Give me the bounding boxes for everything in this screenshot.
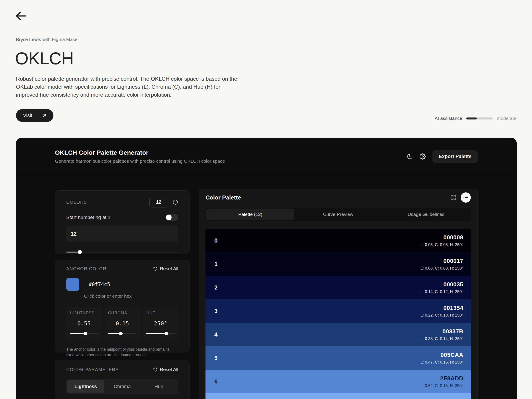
palette-row-index: 3 <box>205 308 217 315</box>
palette-row[interactable]: 6 2F8ADD L: 0.62, C: 0.15, H: 250° <box>205 370 471 393</box>
export-palette-button[interactable]: Export Palette <box>432 150 478 163</box>
colors-card: COLORS 12 Start numbering at 1 12 <box>55 190 190 254</box>
parameters-reset-all-button[interactable]: Reset All <box>153 367 178 372</box>
colors-heading: COLORS <box>66 200 87 205</box>
palette-row-hex: 2F8ADD <box>420 375 463 382</box>
hue-label: HUE <box>146 311 175 316</box>
tab-hue[interactable]: Hue <box>140 380 177 393</box>
dark-mode-toggle-button[interactable] <box>407 153 413 160</box>
grid-view-button[interactable] <box>450 195 456 200</box>
gear-icon <box>420 153 426 160</box>
color-parameters-card: COLOR PARAMETERS Reset All Lightness Chr… <box>55 360 190 399</box>
list-view-icon <box>463 195 468 200</box>
palette-row-lch: L: 0.33, C: 0.14, H: 250° <box>420 336 463 341</box>
palette-row-list: 0 000008 L: 0.05, C: 0.05, H: 250° 1 000… <box>205 229 471 399</box>
palette-row[interactable]: 2 000035 L: 0.14, C: 0.12, H: 250° <box>205 276 471 299</box>
visit-button[interactable]: Visit <box>16 109 53 122</box>
hue-slider[interactable] <box>146 332 175 336</box>
tab-chroma[interactable]: Chroma <box>104 380 140 393</box>
hue-param: HUE 250° <box>143 307 178 341</box>
palette-row-hex: 005CAA <box>420 352 463 358</box>
grid-view-icon <box>450 195 456 200</box>
anchor-note: The anchor color is the midpoint of your… <box>66 347 178 358</box>
parameters-heading: COLOR PARAMETERS <box>66 367 119 372</box>
palette-row-hex: 000017 <box>420 258 463 265</box>
anchor-color-card: ANCHOR COLOR Reset All #0f74c5 Click col… <box>55 260 190 352</box>
palette-tabs: Palette (12) Curve Preview Usage Guideli… <box>205 208 471 221</box>
palette-row-lch: L: 0.62, C: 0.15, H: 250° <box>420 383 463 388</box>
back-button[interactable] <box>15 10 27 22</box>
palette-row-index: 5 <box>205 355 217 361</box>
chroma-param: CHROMA 0.15 <box>105 307 140 341</box>
ai-assistance-fill <box>466 117 477 120</box>
app-subtitle: Generate harmonious color palettes with … <box>55 158 225 164</box>
tab-lightness[interactable]: Lightness <box>67 380 104 393</box>
palette-row-hex: 001354 <box>420 304 463 311</box>
hex-input[interactable]: #0f74c5 <box>84 278 148 291</box>
tab-curve-preview[interactable]: Curve Preview <box>294 209 382 220</box>
anchor-color-swatch[interactable] <box>66 278 79 291</box>
chroma-slider[interactable] <box>108 332 137 336</box>
ai-assistance-slider[interactable] <box>466 117 493 120</box>
external-link-icon <box>42 113 47 118</box>
palette-row-hex: 000008 <box>420 234 463 241</box>
color-palette-card: Color Palette <box>199 189 478 399</box>
chroma-value: 0.15 <box>108 320 137 327</box>
palette-row-index: 0 <box>205 237 217 244</box>
back-arrow-icon <box>15 10 27 22</box>
visit-label: Visit <box>23 113 32 118</box>
app-panel: OKLCH Color Palette Generator Generate h… <box>16 138 517 399</box>
palette-row-lch: L: 0.14, C: 0.12, H: 250° <box>420 290 463 294</box>
settings-button[interactable] <box>420 153 426 160</box>
palette-row-index: 4 <box>205 331 217 338</box>
ai-assistance-control: AI assistance moderate <box>434 116 516 121</box>
rotate-ccw-icon <box>172 199 178 205</box>
parameter-tabs: Lightness Chroma Hue <box>66 379 178 394</box>
lightness-slider[interactable] <box>70 332 98 336</box>
tab-usage-guidelines[interactable]: Usage Guidelines <box>382 209 470 220</box>
lightness-param: LIGHTNESS 0.55 <box>66 307 102 341</box>
tab-palette[interactable]: Palette (12) <box>206 209 294 220</box>
start-numbering-label: Start numbering at 1 <box>66 215 110 220</box>
palette-row-lch: L: 0.22, C: 0.13, H: 250° <box>420 313 463 318</box>
slider-thumb[interactable] <box>165 332 168 335</box>
byline-suffix: with Figma Make <box>41 37 78 42</box>
slider-thumb[interactable] <box>119 332 123 335</box>
list-view-button[interactable] <box>461 192 471 203</box>
chroma-label: CHROMA <box>108 311 137 316</box>
hue-value: 250° <box>146 320 175 327</box>
color-count-input[interactable]: 12 <box>149 197 168 208</box>
moon-icon <box>407 153 413 160</box>
lightness-label: LIGHTNESS <box>70 311 98 316</box>
app-title: OKLCH Color Palette Generator <box>55 149 225 156</box>
palette-row[interactable]: 3 001354 L: 0.22, C: 0.13, H: 250° <box>205 299 471 323</box>
color-count-slider[interactable] <box>66 250 178 254</box>
palette-row-index: 2 <box>205 284 217 291</box>
parameters-reset-all-label: Reset All <box>160 367 178 372</box>
palette-row[interactable]: 4 00337B L: 0.33, C: 0.14, H: 250° <box>205 323 471 346</box>
rotate-ccw-icon <box>153 367 158 372</box>
palette-row[interactable]: 5 005CAA L: 0.47, C: 0.15, H: 250° <box>205 346 471 370</box>
start-numbering-toggle[interactable] <box>165 214 178 221</box>
page-title: OKLCH <box>15 48 74 69</box>
ai-assistance-label: AI assistance <box>434 116 462 121</box>
palette-row[interactable]: 7 <box>205 393 471 399</box>
palette-row[interactable]: 0 000008 L: 0.05, C: 0.05, H: 250° <box>205 229 471 252</box>
palette-row-lch: L: 0.08, C: 0.08, H: 250° <box>420 266 463 271</box>
author-link[interactable]: Bryce Lewis <box>16 37 41 42</box>
palette-row-lch: L: 0.47, C: 0.15, H: 250° <box>420 360 463 365</box>
slider-thumb[interactable] <box>78 250 82 254</box>
palette-row-index: 1 <box>205 261 217 267</box>
app-header: OKLCH Color Palette Generator Generate h… <box>16 138 517 175</box>
palette-row-lch: L: 0.05, C: 0.05, H: 250° <box>420 242 463 247</box>
anchor-reset-all-button[interactable]: Reset All <box>153 266 178 271</box>
palette-row[interactable]: 1 000017 L: 0.08, C: 0.08, H: 250° <box>205 252 471 276</box>
reset-count-button[interactable] <box>172 199 178 205</box>
page-description: Robust color palette generator with prec… <box>16 75 242 99</box>
byline: Bryce Lewis with Figma Make <box>16 37 78 42</box>
palette-row-index: 6 <box>205 378 217 385</box>
color-count-field[interactable]: 12 <box>66 226 178 242</box>
export-palette-label: Export Palette <box>439 154 471 159</box>
lightness-value: 0.55 <box>70 320 98 327</box>
slider-thumb[interactable] <box>83 332 87 335</box>
